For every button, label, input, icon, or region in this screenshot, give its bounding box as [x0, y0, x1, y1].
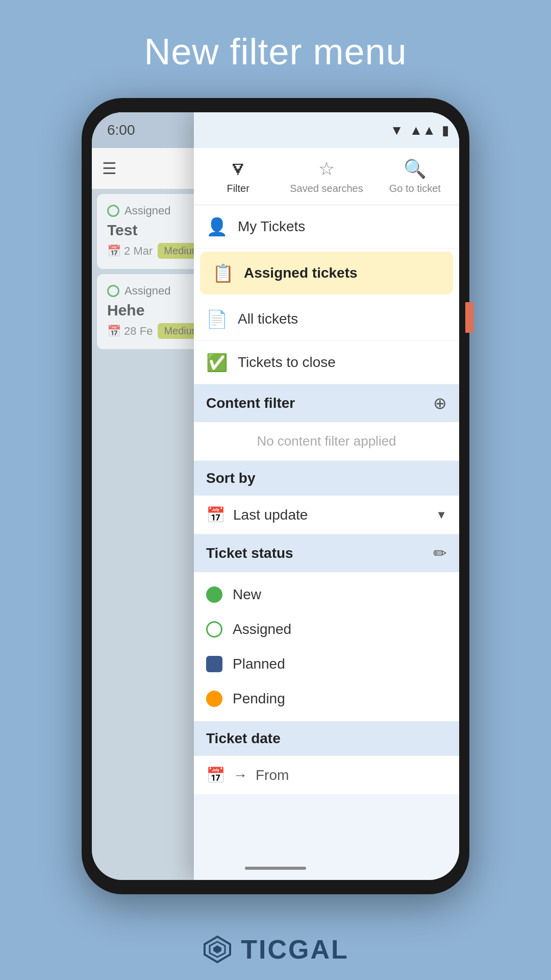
phone-screen: 6:00 ☰ Assigned Test 📅 2 Mar Medium [92, 112, 459, 880]
calendar-clock-icon: 📅 [206, 506, 225, 524]
status-assigned-icon [107, 285, 119, 297]
bg-status-label: Assigned [124, 204, 171, 217]
edit-icon[interactable]: ✏ [433, 544, 447, 563]
all-tickets-icon: 📄 [206, 309, 228, 329]
ticket-status-section: Ticket status ✏ [194, 534, 459, 572]
status-assigned[interactable]: Assigned [194, 612, 459, 647]
from-label: From [256, 767, 289, 783]
tickets-to-close-label: Tickets to close [238, 354, 336, 371]
assigned-tickets-icon: 📋 [212, 263, 234, 283]
status-planned-dot [206, 656, 222, 672]
status-new-label: New [233, 586, 261, 603]
bottom-home-indicator [245, 867, 306, 870]
tab-filter-label: Filter [227, 183, 249, 194]
brand-footer: TICGAL [202, 934, 349, 965]
wifi-icon: ▼ [390, 122, 404, 138]
page-title: New filter menu [144, 31, 407, 72]
status-assigned-label: Assigned [233, 621, 291, 638]
filter-options-list: 👤 My Tickets 📋 Assigned tickets 📄 All ti… [194, 205, 459, 384]
filter-tickets-to-close[interactable]: ✅ Tickets to close [194, 341, 459, 384]
status-pending[interactable]: Pending [194, 681, 459, 716]
sort-current-value: Last update [233, 507, 428, 523]
phone-device: 6:00 ☰ Assigned Test 📅 2 Mar Medium [82, 98, 469, 894]
tickets-to-close-icon: ✅ [206, 352, 228, 373]
filter-panel: ▼ ▲▲ ▮ ⛛ Filter ☆ Saved searches 🔍 Go to… [194, 112, 459, 880]
status-assigned-dot [206, 621, 222, 638]
svg-marker-2 [213, 945, 221, 953]
sort-by-label: Sort by [206, 470, 255, 486]
bg-ticket-date: 📅 28 Fe [107, 325, 153, 338]
filter-my-tickets[interactable]: 👤 My Tickets [194, 205, 459, 249]
power-button [465, 302, 473, 333]
status-assigned-icon [107, 205, 119, 217]
tab-go-to-ticket-label: Go to ticket [389, 183, 441, 194]
filter-icon: ⛛ [229, 158, 247, 180]
calendar-icon: 📅 [206, 766, 225, 784]
hamburger-icon: ☰ [102, 159, 117, 178]
all-tickets-label: All tickets [238, 311, 298, 327]
tab-saved-searches-label: Saved searches [290, 183, 363, 194]
sort-dropdown[interactable]: 📅 Last update ▼ [194, 496, 459, 534]
arrow-icon: → [233, 767, 247, 783]
status-new[interactable]: New [194, 577, 459, 612]
star-icon: ☆ [318, 158, 335, 180]
filter-all-tickets[interactable]: 📄 All tickets [194, 298, 459, 341]
brand-logo-icon [202, 934, 233, 965]
content-filter-empty: No content filter applied [194, 422, 459, 461]
brand-name: TICGAL [241, 934, 349, 965]
ticket-date-section: Ticket date [194, 721, 459, 756]
status-planned-label: Planned [233, 656, 285, 672]
ticket-status-label: Ticket status [206, 545, 293, 561]
chevron-down-icon: ▼ [436, 508, 447, 522]
status-planned[interactable]: Planned [194, 647, 459, 681]
filter-assigned-tickets[interactable]: 📋 Assigned tickets [200, 252, 453, 295]
add-filter-icon[interactable]: ⊕ [433, 394, 447, 413]
sort-by-section: Sort by [194, 461, 459, 496]
tab-go-to-ticket[interactable]: 🔍 Go to ticket [371, 153, 459, 200]
bg-status-label: Assigned [124, 284, 171, 298]
search-icon: 🔍 [404, 158, 427, 180]
bg-ticket-date: 📅 2 Mar [107, 244, 153, 258]
content-filter-section: Content filter ⊕ [194, 384, 459, 422]
panel-status-bar: ▼ ▲▲ ▮ [194, 112, 459, 148]
status-pending-label: Pending [233, 691, 285, 707]
content-filter-label: Content filter [206, 395, 295, 411]
status-new-dot [206, 586, 222, 603]
tab-filter[interactable]: ⛛ Filter [194, 153, 282, 200]
bg-time: 6:00 [107, 122, 135, 138]
status-pending-dot [206, 691, 222, 707]
tab-saved-searches[interactable]: ☆ Saved searches [282, 153, 370, 200]
ticket-date-label: Ticket date [206, 730, 281, 747]
ticket-status-list: New Assigned Planned Pending [194, 572, 459, 721]
date-from-row[interactable]: 📅 → From [194, 756, 459, 794]
assigned-tickets-label: Assigned tickets [244, 265, 358, 281]
my-tickets-label: My Tickets [238, 218, 305, 235]
signal-icon: ▲▲ [410, 122, 436, 138]
battery-icon: ▮ [442, 122, 449, 138]
my-tickets-icon: 👤 [206, 216, 228, 237]
filter-tab-bar: ⛛ Filter ☆ Saved searches 🔍 Go to ticket [194, 148, 459, 205]
